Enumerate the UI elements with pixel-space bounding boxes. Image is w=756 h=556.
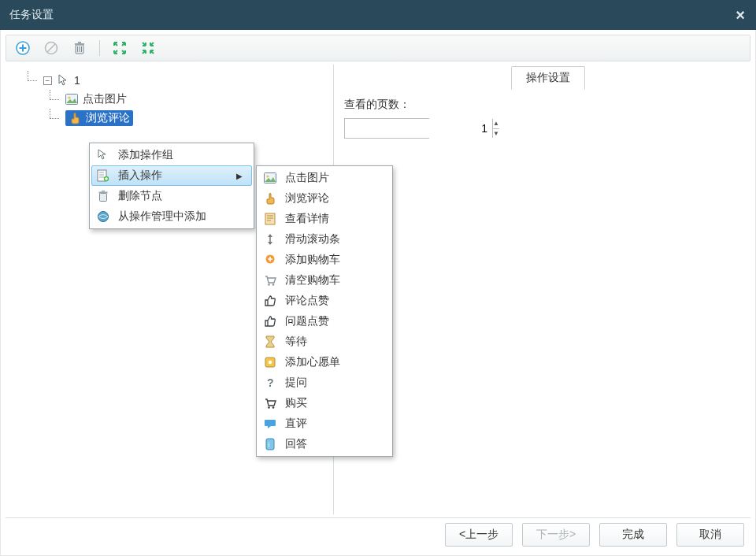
page-count-input[interactable] [345, 119, 492, 138]
tree-root-label: 1 [74, 74, 80, 87]
sub-item-label: 提问 [285, 376, 381, 390]
ctx-item-label: 删除节点 [118, 189, 243, 203]
sub-item-label: 点击图片 [285, 171, 381, 185]
globe-sync-icon [96, 209, 110, 224]
add-icon [16, 41, 30, 55]
field-label: 查看的页数： [344, 98, 429, 112]
sub-clear-cart[interactable]: 清空购物车 [258, 270, 391, 291]
button-label: 完成 [622, 528, 644, 542]
button-label: 取消 [699, 528, 721, 542]
svg-point-25 [266, 175, 269, 177]
ctx-add-group[interactable]: 添加操作组 [91, 145, 252, 165]
dialog-title: 任务设置 [9, 8, 54, 22]
sub-answer[interactable]: i 回答 [258, 434, 391, 454]
insert-action-icon [96, 169, 110, 183]
submenu-arrow-icon: ▶ [236, 172, 243, 180]
wishlist-icon [263, 355, 277, 369]
next-button: 下一步> [522, 523, 590, 547]
sub-browse-comments[interactable]: 浏览评论 [258, 188, 391, 209]
hourglass-icon [263, 335, 277, 349]
thumb-up-icon [263, 294, 277, 308]
collapse-icon [141, 41, 155, 55]
photo-icon [263, 171, 277, 185]
spinner-buttons: ▲ ▼ [492, 119, 499, 138]
sub-item-label: 等待 [285, 335, 381, 349]
svg-rect-26 [265, 213, 275, 224]
finish-button[interactable]: 完成 [599, 523, 667, 547]
action-tree[interactable]: − 1 点击图片 [7, 66, 333, 132]
svg-point-32 [268, 284, 270, 286]
sub-item-label: 添加购物车 [285, 253, 381, 267]
ctx-delete-node[interactable]: 删除节点 [91, 186, 252, 206]
answer-icon: i [263, 437, 277, 451]
spinner-up[interactable]: ▲ [493, 119, 499, 129]
scroll-icon [263, 232, 277, 246]
button-label: <上一步 [459, 528, 498, 542]
tree-node-browse-comments[interactable]: 浏览评论 [10, 109, 330, 128]
sub-like-question[interactable]: 问题点赞 [258, 311, 391, 332]
tree-expander[interactable]: − [43, 76, 52, 85]
sub-buy[interactable]: 购买 [258, 393, 391, 413]
cancel-button[interactable]: 取消 [676, 523, 744, 547]
cancel-icon [44, 41, 58, 55]
spinner-down[interactable]: ▼ [493, 129, 499, 139]
toolbar-cancel-button[interactable] [43, 39, 60, 57]
svg-point-38 [272, 406, 275, 409]
sub-wait[interactable]: 等待 [258, 332, 391, 352]
sub-view-details[interactable]: 查看详情 [258, 209, 391, 229]
sub-add-cart[interactable]: 添加购物车 [258, 250, 391, 270]
toolbar-collapse-button[interactable] [139, 39, 157, 57]
ctx-item-label: 插入操作 [118, 169, 214, 183]
svg-rect-22 [102, 191, 105, 192]
prev-button[interactable]: <上一步 [445, 523, 513, 547]
detail-page-icon [263, 212, 277, 226]
ctx-insert-action[interactable]: 插入操作 ▶ [91, 165, 252, 186]
thumb-up-icon [263, 314, 277, 328]
svg-rect-7 [78, 42, 81, 43]
close-button[interactable]: × [736, 6, 745, 24]
title-bar: 任务设置 × [0, 0, 756, 30]
ctx-add-from-manager[interactable]: 从操作管理中添加 [91, 206, 252, 227]
tree-branch-line [23, 71, 39, 90]
sub-scroll[interactable]: 滑动滚动条 [258, 229, 391, 250]
sub-ask[interactable]: ? 提问 [258, 373, 391, 393]
sub-item-label: 回答 [285, 437, 381, 451]
dialog-footer: <上一步 下一步> 完成 取消 [6, 517, 750, 550]
ctx-item-label: 从操作管理中添加 [118, 209, 243, 224]
toolbar-add-button[interactable] [14, 39, 32, 57]
svg-text:i: i [269, 441, 270, 449]
tree-node-click-image[interactable]: 点击图片 [10, 90, 330, 109]
sub-item-label: 浏览评论 [285, 191, 381, 206]
dialog-window: 任务设置 × [0, 0, 756, 556]
toolbar-delete-button[interactable] [71, 39, 88, 57]
toolbar-separator [99, 40, 100, 56]
insert-action-submenu[interactable]: 点击图片 浏览评论 查看详情 滑动滚动条 添加购物车 清空购物车 [256, 165, 393, 457]
cursor-icon [57, 74, 69, 87]
svg-point-35 [269, 361, 272, 364]
svg-rect-20 [100, 194, 107, 202]
tree-node-label: 浏览评论 [86, 111, 130, 125]
tree-root[interactable]: − 1 [10, 71, 330, 90]
sub-item-label: 清空购物车 [285, 273, 381, 287]
sub-item-label: 评论点赞 [285, 294, 381, 308]
tab-operation-settings[interactable]: 操作设置 [511, 66, 585, 90]
svg-rect-39 [266, 439, 274, 450]
toolbar-expand-button[interactable] [111, 39, 128, 57]
context-menu[interactable]: 添加操作组 插入操作 ▶ 删除节点 从操作管理中添加 [89, 143, 254, 229]
trash-icon [73, 41, 86, 55]
tree-branch-line [45, 109, 61, 128]
toolbar [6, 35, 750, 61]
sub-add-wishlist[interactable]: 添加心愿单 [258, 352, 391, 373]
sub-like-comment[interactable]: 评论点赞 [258, 291, 391, 311]
svg-rect-21 [99, 192, 108, 194]
page-count-spinner[interactable]: ▲ ▼ [344, 118, 429, 139]
sub-click-image[interactable]: 点击图片 [258, 168, 391, 188]
page-count-field: 查看的页数： ▲ ▼ [344, 98, 429, 139]
ctx-item-label: 添加操作组 [118, 148, 243, 162]
sub-direct-review[interactable]: 直评 [258, 413, 391, 434]
sub-item-label: 滑动滚动条 [285, 232, 381, 246]
tree-node-label: 点击图片 [83, 92, 127, 106]
sub-item-label: 直评 [285, 417, 381, 431]
svg-point-37 [268, 406, 270, 409]
chat-bubble-icon [263, 417, 277, 431]
